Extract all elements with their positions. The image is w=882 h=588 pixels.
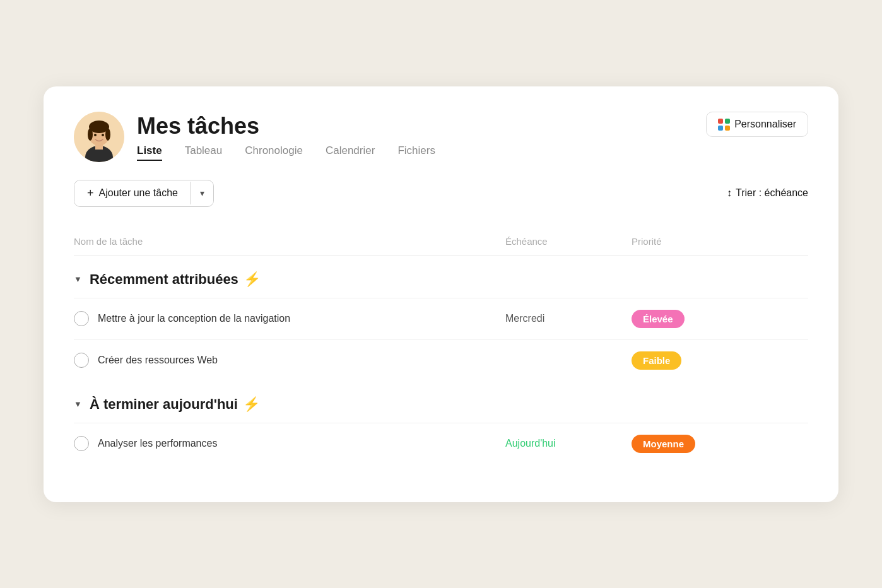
table-header: Nom de la tâche Échéance Priorité: [74, 227, 808, 256]
svg-point-8: [102, 134, 104, 136]
task-name-3: Analyser les performances: [98, 438, 217, 449]
task-due-3: Aujourd'hui: [505, 438, 632, 449]
sort-label: Trier : échéance: [736, 187, 808, 199]
personnaliser-button[interactable]: Personnaliser: [706, 112, 808, 137]
section-icon-2: ⚡: [243, 396, 260, 413]
sort-button[interactable]: ↕ Trier : échéance: [727, 187, 808, 199]
task-name-cell: Analyser les performances: [74, 436, 505, 451]
section-chevron-2[interactable]: ▼: [74, 399, 82, 409]
priority-badge-3: Moyenne: [632, 435, 695, 453]
main-card: Mes tâches Liste Tableau Chronologie Cal…: [44, 86, 838, 502]
task-name-1: Mettre à jour la conception de la naviga…: [98, 313, 290, 324]
avatar: [74, 112, 124, 162]
table-row: Créer des ressources Web Faible: [74, 339, 808, 381]
personnaliser-label: Personnaliser: [734, 119, 796, 130]
sort-icon: ↕: [727, 187, 732, 199]
section-title-text-2: À terminer aujourd'hui: [90, 396, 238, 413]
add-task-dropdown-button[interactable]: ▾: [191, 182, 213, 204]
task-name-cell: Créer des ressources Web: [74, 353, 505, 368]
col-header-extra: [770, 236, 808, 247]
svg-point-7: [94, 134, 97, 136]
task-checkbox-2[interactable]: [74, 353, 89, 368]
tab-calendrier[interactable]: Calendrier: [326, 144, 375, 161]
section-title-1: Récemment attribuées ⚡: [90, 271, 261, 288]
svg-point-6: [105, 128, 110, 141]
page-title: Mes tâches: [137, 113, 435, 139]
grid-icon: [718, 119, 729, 130]
add-task-group: + Ajouter une tâche ▾: [74, 180, 214, 207]
task-priority-cell-2: Faible: [632, 351, 770, 370]
tab-chronologie[interactable]: Chronologie: [245, 144, 303, 161]
toolbar: + Ajouter une tâche ▾ ↕ Trier : échéance: [74, 180, 808, 207]
task-priority-cell-1: Élevée: [632, 310, 770, 328]
priority-badge-2: Faible: [632, 351, 681, 370]
add-task-button[interactable]: + Ajouter une tâche: [74, 180, 191, 206]
table-row: Mettre à jour la conception de la naviga…: [74, 298, 808, 339]
tabs-nav: Liste Tableau Chronologie Calendrier Fic…: [137, 144, 435, 161]
tab-tableau[interactable]: Tableau: [185, 144, 223, 161]
task-due-1: Mercredi: [505, 313, 632, 324]
task-priority-cell-3: Moyenne: [632, 435, 770, 453]
header-left: Mes tâches Liste Tableau Chronologie Cal…: [74, 112, 435, 162]
add-task-label: Ajouter une tâche: [99, 187, 178, 199]
section-icon-1: ⚡: [244, 271, 261, 288]
tab-liste[interactable]: Liste: [137, 144, 162, 161]
section-chevron-1[interactable]: ▼: [74, 274, 82, 284]
section-title-text-1: Récemment attribuées: [90, 271, 238, 288]
task-checkbox-3[interactable]: [74, 436, 89, 451]
table-row: Analyser les performances Aujourd'hui Mo…: [74, 423, 808, 464]
col-header-priority: Priorité: [632, 236, 770, 247]
title-area: Mes tâches Liste Tableau Chronologie Cal…: [137, 113, 435, 161]
col-header-name: Nom de la tâche: [74, 236, 505, 247]
section-title-2: À terminer aujourd'hui ⚡: [90, 396, 260, 413]
priority-badge-1: Élevée: [632, 310, 685, 328]
svg-point-5: [88, 128, 93, 141]
col-header-due: Échéance: [505, 236, 632, 247]
plus-icon: +: [87, 187, 94, 200]
section-recemment: ▼ Récemment attribuées ⚡: [74, 256, 808, 298]
header: Mes tâches Liste Tableau Chronologie Cal…: [74, 112, 808, 162]
section-terminer: ▼ À terminer aujourd'hui ⚡: [74, 381, 808, 423]
task-name-cell: Mettre à jour la conception de la naviga…: [74, 311, 505, 326]
task-checkbox-1[interactable]: [74, 311, 89, 326]
task-name-2: Créer des ressources Web: [98, 355, 218, 366]
tab-fichiers[interactable]: Fichiers: [397, 144, 435, 161]
